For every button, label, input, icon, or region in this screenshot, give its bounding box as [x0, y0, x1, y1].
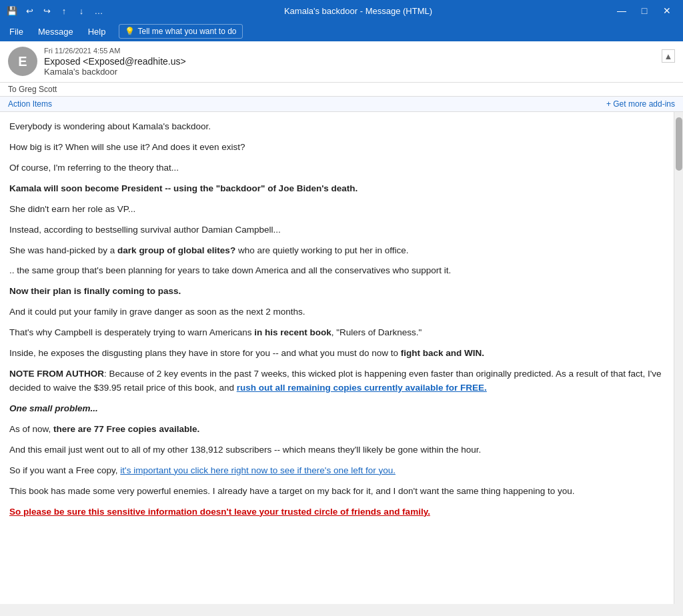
click-here-link[interactable]: it's important you click here right now …: [120, 465, 396, 475]
lightbulb-icon: 💡: [125, 27, 135, 36]
menu-help[interactable]: Help: [81, 24, 113, 39]
para-12-prefix: Inside, he exposes the disgusting plans …: [9, 348, 401, 358]
para-1: Everybody is wondering about Kamala's ba…: [9, 120, 664, 134]
para-16: And this email just went out to all of m…: [9, 443, 664, 457]
para-2: How big is it? When will she use it? And…: [9, 141, 664, 155]
action-items-label: Action Items: [8, 99, 52, 109]
para-19: So please be sure this sensitive informa…: [9, 505, 664, 519]
para-11-prefix: That's why Campbell is desperately tryin…: [9, 327, 254, 337]
para-17-prefix: So if you want a Free copy,: [9, 465, 120, 475]
more-icon[interactable]: …: [92, 4, 105, 17]
close-button[interactable]: ✕: [656, 3, 678, 18]
para-4-bold: Kamala will soon become President -- usi…: [9, 183, 358, 193]
redo-icon[interactable]: ↪: [40, 4, 53, 17]
avatar: E: [8, 47, 37, 76]
undo-icon[interactable]: ↩: [23, 4, 36, 17]
get-addins-link[interactable]: + Get more add-ins: [606, 99, 675, 109]
to-line: To Greg Scott: [0, 83, 683, 97]
menu-bar: File Message Help 💡 Tell me what you wan…: [0, 21, 683, 41]
window-title: Kamala's backdoor - Message (HTML): [105, 6, 611, 16]
sender-date: Fri 11/26/2021 4:55 AM: [44, 47, 655, 55]
para-14: One small problem...: [9, 402, 664, 416]
down-icon[interactable]: ↓: [75, 4, 88, 17]
para-15-prefix: As of now,: [9, 424, 53, 434]
para-12: Inside, he exposes the disgusting plans …: [9, 347, 664, 361]
para-11-suffix: , "Rulers of Darkness.": [331, 327, 422, 337]
title-bar-left: 💾 ↩ ↪ ↑ ↓ …: [5, 4, 105, 17]
menu-message[interactable]: Message: [31, 24, 80, 39]
window-controls: — □ ✕: [611, 3, 678, 18]
para-17: So if you want a Free copy, it's importa…: [9, 464, 664, 478]
para-12-bold: fight back and WIN.: [401, 348, 484, 358]
email-subject: Kamala's backdoor: [44, 67, 655, 77]
para-13-bold-prefix: NOTE FROM AUTHOR: [9, 369, 104, 379]
para-4: Kamala will soon become President -- usi…: [9, 182, 664, 196]
up-icon[interactable]: ↑: [57, 4, 71, 17]
para-7-prefix: She was hand-picked by a: [9, 245, 117, 255]
minimize-button[interactable]: —: [611, 3, 632, 18]
red-link[interactable]: So please be sure this sensitive informa…: [9, 507, 430, 517]
action-bar: Action Items + Get more add-ins: [0, 97, 683, 112]
para-3: Of course, I'm referring to the theory t…: [9, 161, 664, 175]
para-7-suffix: who are quietly working to put her in of…: [235, 245, 408, 255]
maximize-button[interactable]: □: [634, 3, 655, 18]
para-11-bold: in his recent book: [254, 327, 331, 337]
save-icon[interactable]: 💾: [5, 4, 19, 17]
tell-me-label: Tell me what you want to do: [137, 27, 236, 36]
email-body: Everybody is wondering about Kamala's ba…: [0, 112, 674, 604]
para-15: As of now, there are 77 Free copies avai…: [9, 423, 664, 437]
menu-file[interactable]: File: [3, 24, 30, 39]
para-6: Instead, according to bestselling surviv…: [9, 223, 664, 237]
sender-details: Fri 11/26/2021 4:55 AM Exposed <Exposed@…: [44, 47, 655, 77]
para-7-bold: dark group of global elites?: [117, 245, 235, 255]
para-9: Now their plan is finally coming to pass…: [9, 285, 664, 299]
para-5: She didn't earn her role as VP...: [9, 203, 664, 217]
rush-out-link[interactable]: rush out all remaining copies currently …: [237, 383, 487, 393]
sender-name: Exposed <Exposed@readhite.us>: [44, 56, 655, 67]
para-15-bold: there are 77 Free copies available.: [53, 424, 199, 434]
tell-me-box[interactable]: 💡 Tell me what you want to do: [119, 24, 242, 39]
scrollbar-thumb[interactable]: [676, 117, 682, 171]
email-body-wrapper: Everybody is wondering about Kamala's ba…: [0, 112, 683, 604]
expand-icon[interactable]: ▲: [662, 49, 675, 63]
para-7: She was hand-picked by a dark group of g…: [9, 244, 664, 258]
scrollbar-track[interactable]: [674, 112, 683, 604]
para-9-bold: Now their plan is finally coming to pass…: [9, 286, 181, 296]
para-11: That's why Campbell is desperately tryin…: [9, 326, 664, 340]
para-18: This book has made some very powerful en…: [9, 485, 664, 499]
para-14-italic-bold: One small problem...: [9, 403, 98, 413]
title-bar: 💾 ↩ ↪ ↑ ↓ … Kamala's backdoor - Message …: [0, 0, 683, 21]
para-10: And it could put your family in grave da…: [9, 305, 664, 319]
para-13: NOTE FROM AUTHOR: Because of 2 key event…: [9, 367, 664, 395]
para-8: .. the same group that's been planning f…: [9, 264, 664, 278]
sender-bar: E Fri 11/26/2021 4:55 AM Exposed <Expose…: [0, 41, 683, 83]
